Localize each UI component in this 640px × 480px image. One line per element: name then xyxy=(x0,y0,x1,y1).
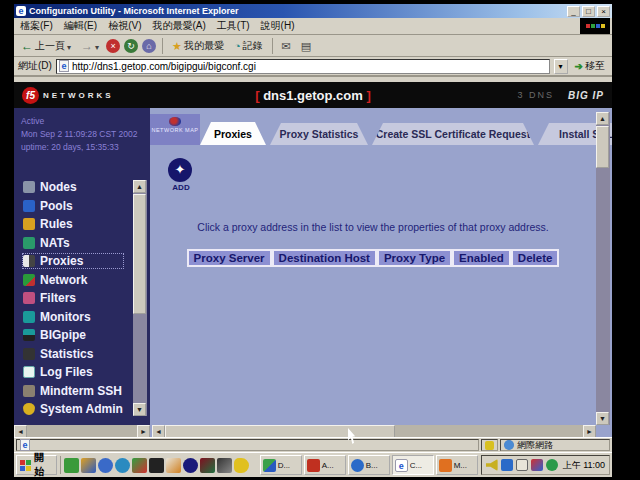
scroll-down-icon[interactable] xyxy=(133,403,146,416)
sidebar-item-pools[interactable]: Pools xyxy=(23,199,123,213)
menu-view[interactable]: 檢視(V) xyxy=(108,19,141,33)
sidebar-item-bigpipe[interactable]: BIGpipe xyxy=(23,328,123,342)
quicklaunch-icon[interactable] xyxy=(149,458,164,473)
scrollbar-thumb[interactable] xyxy=(596,126,609,168)
scroll-up-icon[interactable] xyxy=(596,112,609,125)
quicklaunch-icon[interactable] xyxy=(183,458,198,473)
back-button[interactable]: 上一頁 xyxy=(18,38,74,54)
sidebar-item-log-files[interactable]: Log Files xyxy=(23,365,123,379)
network-map-button[interactable]: NETWORK MAP xyxy=(150,114,200,145)
ie-app-icon: e xyxy=(395,459,408,472)
tab-proxies[interactable]: Proxies xyxy=(200,122,266,145)
quicklaunch-icon[interactable] xyxy=(115,458,130,473)
favorites-icon xyxy=(172,40,182,53)
column-enabled[interactable]: Enabled xyxy=(452,249,511,267)
sidebar-item-nats[interactable]: NATs xyxy=(23,236,123,250)
favorites-button[interactable]: 我的最愛 xyxy=(169,38,227,54)
document-icon: e xyxy=(20,439,30,451)
address-dropdown-icon[interactable] xyxy=(554,59,568,74)
tray-icon[interactable] xyxy=(546,459,558,471)
tab-proxy-statistics[interactable]: Proxy Statistics xyxy=(270,123,368,145)
sidebar-item-filters[interactable]: Filters xyxy=(23,291,123,305)
taskbar-window-button-active[interactable]: e C... xyxy=(392,455,434,475)
close-button[interactable] xyxy=(597,6,610,17)
taskbar: 開始 D... A... xyxy=(14,452,612,477)
taskbar-window-button[interactable]: A... xyxy=(304,455,346,475)
forward-dropdown-icon[interactable] xyxy=(95,41,99,52)
column-proxy-server[interactable]: Proxy Server xyxy=(187,249,272,267)
sidebar-item-system-admin[interactable]: System Admin xyxy=(23,402,123,416)
column-destination-host[interactable]: Destination Host xyxy=(272,249,377,267)
sidebar-item-label: Log Files xyxy=(40,365,93,379)
refresh-button[interactable] xyxy=(124,39,138,53)
quicklaunch-icon[interactable] xyxy=(81,458,96,473)
minimize-button[interactable] xyxy=(567,6,580,17)
network-map-label: NETWORK MAP xyxy=(150,127,200,133)
tab-create-ssl-certificate-request[interactable]: Create SSL Certificate Request xyxy=(372,123,534,145)
taskbar-window-button[interactable]: B... xyxy=(348,455,390,475)
menu-help[interactable]: 說明(H) xyxy=(261,19,295,33)
quicklaunch-icon[interactable] xyxy=(166,458,181,473)
column-proxy-type[interactable]: Proxy Type xyxy=(377,249,452,267)
quicklaunch-icon[interactable] xyxy=(200,458,215,473)
maximize-button[interactable] xyxy=(582,6,595,17)
history-button[interactable]: 記錄 xyxy=(231,38,266,54)
add-button[interactable]: ADD xyxy=(168,158,194,192)
proxies-icon xyxy=(23,255,35,267)
back-dropdown-icon[interactable] xyxy=(67,41,71,52)
sidebar-item-statistics[interactable]: Statistics xyxy=(23,347,123,361)
zone-label: 網際網路 xyxy=(517,439,553,452)
sidebar-item-label: Mindterm SSH xyxy=(40,384,122,398)
sidebar-item-mindterm-ssh[interactable]: Mindterm SSH xyxy=(23,384,123,398)
scroll-down-icon[interactable] xyxy=(596,412,609,425)
sidebar-item-proxies[interactable]: Proxies xyxy=(23,254,123,268)
quicklaunch-icon[interactable] xyxy=(234,458,249,473)
main-vertical-scrollbar[interactable] xyxy=(596,112,610,425)
menu-file[interactable]: 檔案(F) xyxy=(20,19,53,33)
forward-icon xyxy=(81,39,93,53)
go-button[interactable]: 移至 xyxy=(572,59,608,73)
quicklaunch-icon[interactable] xyxy=(217,458,232,473)
start-button[interactable]: 開始 xyxy=(16,455,57,475)
sidebar-item-label: BIGpipe xyxy=(40,328,86,342)
menu-favorites[interactable]: 我的最愛(A) xyxy=(152,19,205,33)
column-delete[interactable]: Delete xyxy=(511,249,560,267)
quicklaunch-icon[interactable] xyxy=(64,458,79,473)
stop-button[interactable] xyxy=(106,39,120,53)
rules-icon xyxy=(23,218,35,230)
taskbar-window-button[interactable]: M... xyxy=(436,455,478,475)
sidebar-vertical-scrollbar[interactable] xyxy=(133,180,147,416)
tray-icon[interactable] xyxy=(501,459,513,471)
print-button[interactable] xyxy=(298,39,314,54)
address-field[interactable]: e xyxy=(56,59,550,74)
tray-icon[interactable] xyxy=(531,459,543,471)
display-icon[interactable] xyxy=(516,459,528,471)
start-label: 開始 xyxy=(34,451,53,479)
taskbar-window-button[interactable]: D... xyxy=(260,455,302,475)
menu-edit[interactable]: 編輯(E) xyxy=(64,19,97,33)
instruction-text: Click a proxy address in the list to vie… xyxy=(150,221,596,233)
page-icon: e xyxy=(59,60,69,72)
sidebar-item-network[interactable]: Network xyxy=(23,273,123,287)
forward-button[interactable] xyxy=(78,38,102,54)
home-button[interactable] xyxy=(142,39,156,53)
address-input[interactable] xyxy=(72,61,547,72)
taskbar-clock[interactable]: 上午 11:00 xyxy=(563,459,605,472)
scrollbar-thumb[interactable] xyxy=(133,194,146,314)
go-arrow-icon xyxy=(575,61,583,72)
quicklaunch-icon[interactable] xyxy=(132,458,147,473)
mail-button[interactable] xyxy=(279,39,294,54)
sidebar-item-label: Network xyxy=(40,273,87,287)
network-icon xyxy=(23,274,35,286)
sidebar-item-rules[interactable]: Rules xyxy=(23,217,123,231)
sidebar-item-nodes[interactable]: Nodes xyxy=(23,180,123,194)
window-titlebar[interactable]: e Configuration Utility - Microsoft Inte… xyxy=(14,4,612,18)
menu-bar: 檔案(F) 編輯(E) 檢視(V) 我的最愛(A) 工具(T) 說明(H) xyxy=(14,18,612,35)
menu-tools[interactable]: 工具(T) xyxy=(217,19,250,33)
volume-icon[interactable] xyxy=(486,459,498,471)
sidebar-item-monitors[interactable]: Monitors xyxy=(23,310,123,324)
add-plus-icon xyxy=(168,158,192,182)
scroll-up-icon[interactable] xyxy=(133,180,146,193)
ie-throbber-logo xyxy=(580,18,610,34)
quicklaunch-icon[interactable] xyxy=(98,458,113,473)
